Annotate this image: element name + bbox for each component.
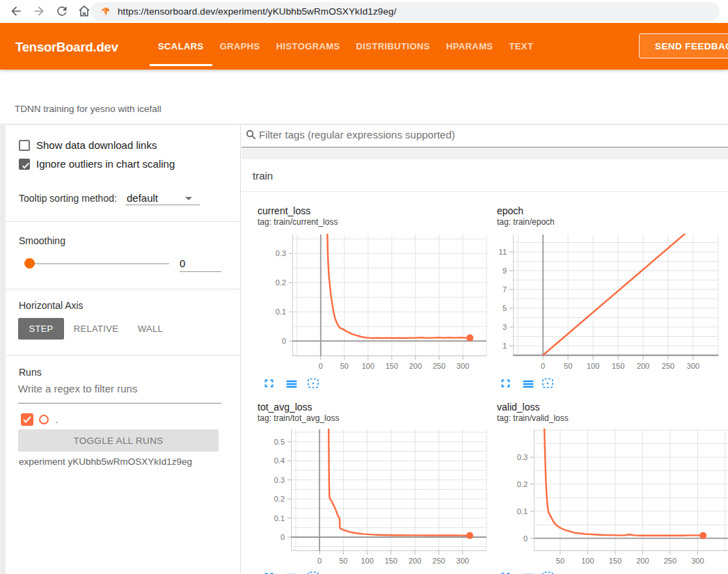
show-download-links-checkbox[interactable] bbox=[19, 140, 30, 151]
y-tick-label: 0.4 bbox=[258, 456, 285, 465]
app-header: TensorBoard.dev SCALARS GRAPHS HISTOGRAM… bbox=[0, 23, 728, 70]
x-tick-label: 300 bbox=[683, 557, 711, 565]
fit-domain-icon[interactable] bbox=[541, 377, 554, 390]
smoothing-value[interactable]: 0 bbox=[180, 257, 185, 269]
y-tick-label: 5 bbox=[480, 304, 507, 312]
chart-tag: tag: train/current_loss bbox=[258, 217, 338, 227]
chart-tag: tag: train/epoch bbox=[497, 217, 555, 227]
chart-plot[interactable] bbox=[292, 234, 486, 356]
data-table-icon[interactable] bbox=[285, 377, 298, 390]
tab-graphs[interactable]: GRAPHS bbox=[220, 23, 260, 70]
data-table-icon[interactable] bbox=[522, 377, 535, 390]
y-tick-label: 0.1 bbox=[260, 308, 286, 316]
expand-chart-icon[interactable] bbox=[263, 377, 276, 390]
experiment-id-text: experiment yKUbhb5wRmOSXYkId1z9eg bbox=[19, 456, 192, 467]
train-group-header[interactable]: train bbox=[242, 159, 728, 192]
y-tick-label: 3 bbox=[480, 323, 507, 331]
browser-toolbar: https://tensorboard.dev/experiment/yKUbh… bbox=[0, 0, 728, 23]
ignore-outliers-label: Ignore outliers in chart scaling bbox=[36, 158, 175, 170]
fit-domain-icon[interactable] bbox=[541, 571, 554, 574]
brand-title: TensorBoard.dev bbox=[15, 40, 118, 55]
x-tick-label: 50 bbox=[554, 362, 582, 370]
tab-hparams[interactable]: HPARAMS bbox=[446, 23, 493, 70]
y-tick-label: 0.3 bbox=[258, 476, 285, 484]
y-tick-label: 0.2 bbox=[258, 495, 285, 503]
run-name: . bbox=[56, 415, 58, 425]
chart-title: current_loss bbox=[258, 205, 310, 216]
address-bar[interactable]: https://tensorboard.dev/experiment/yKUbh… bbox=[90, 2, 720, 21]
runs-input-underline bbox=[18, 403, 221, 404]
tooltip-sorting-select[interactable]: default bbox=[127, 192, 158, 204]
home-icon[interactable] bbox=[77, 4, 91, 18]
fit-domain-icon[interactable] bbox=[307, 571, 319, 574]
chart-plot[interactable] bbox=[513, 234, 718, 356]
y-tick-label: 1 bbox=[480, 342, 507, 350]
toggle-all-runs-button[interactable]: TOGGLE ALL RUNS bbox=[18, 429, 219, 452]
x-tick-label: 150 bbox=[604, 362, 632, 370]
chart-title: tot_avg_loss bbox=[258, 401, 312, 413]
expand-chart-icon[interactable] bbox=[500, 377, 512, 390]
run-row[interactable]: . bbox=[21, 413, 58, 426]
ignore-outliers-row[interactable]: Ignore outliers in chart scaling bbox=[19, 158, 175, 170]
url-text: https://tensorboard.dev/experiment/yKUbh… bbox=[118, 6, 397, 17]
x-tick-label: 200 bbox=[629, 362, 657, 370]
chart-valid-loss: valid_loss tag: train/valid_loss 5010015… bbox=[481, 398, 728, 574]
y-tick-label: 0.1 bbox=[258, 514, 285, 523]
x-tick-label: 250 bbox=[654, 362, 682, 370]
x-tick-label: 300 bbox=[449, 362, 477, 370]
chart-epoch: epoch tag: train/epoch 05010015020025030… bbox=[481, 202, 728, 398]
send-feedback-button[interactable]: SEND FEEDBACK bbox=[639, 33, 728, 58]
y-tick-label: 0.3 bbox=[501, 453, 528, 461]
smoothing-slider-knob[interactable] bbox=[24, 258, 35, 269]
tab-distributions[interactable]: DISTRIBUTIONS bbox=[356, 23, 430, 70]
x-tick-label: 50 bbox=[546, 557, 574, 565]
chart-title: valid_loss bbox=[497, 401, 539, 413]
fit-domain-icon[interactable] bbox=[307, 377, 319, 390]
refresh-icon[interactable] bbox=[55, 4, 69, 18]
horizontal-axis-label: Horizontal Axis bbox=[19, 300, 84, 311]
axis-relative-button[interactable]: RELATIVE bbox=[70, 318, 122, 340]
chart-plot[interactable] bbox=[534, 429, 728, 551]
show-download-links-row[interactable]: Show data download links bbox=[19, 139, 157, 151]
chart-current-loss: current_loss tag: train/current_loss 050… bbox=[242, 202, 481, 398]
divider bbox=[6, 355, 240, 356]
show-download-links-label: Show data download links bbox=[36, 139, 157, 151]
axis-wall-button[interactable]: WALL bbox=[129, 318, 171, 340]
y-tick-label: 0 bbox=[501, 534, 528, 543]
tab-text[interactable]: TEXT bbox=[509, 23, 533, 70]
x-tick-label: 150 bbox=[601, 557, 629, 565]
axis-step-button[interactable]: STEP bbox=[18, 318, 64, 340]
smoothing-slider-track[interactable] bbox=[28, 263, 169, 264]
expand-chart-icon[interactable] bbox=[263, 571, 276, 574]
x-tick-label: 250 bbox=[656, 557, 684, 565]
sidebar-scrollbar[interactable] bbox=[0, 125, 6, 574]
y-tick-label: 0 bbox=[258, 533, 285, 541]
search-icon bbox=[245, 129, 257, 141]
divider bbox=[6, 289, 240, 289]
forward-icon[interactable] bbox=[32, 4, 46, 18]
subheader: TDNN training for yesno with icefall bbox=[0, 70, 728, 125]
divider bbox=[6, 221, 240, 222]
tab-histograms[interactable]: HISTOGRAMS bbox=[276, 23, 340, 70]
y-tick-label: 0 bbox=[260, 337, 286, 345]
back-icon[interactable] bbox=[9, 4, 23, 18]
y-tick-label: 0.2 bbox=[260, 278, 286, 287]
chart-tot-avg-loss: tot_avg_loss tag: train/tot_avg_loss 050… bbox=[242, 398, 481, 574]
data-table-icon[interactable] bbox=[285, 571, 298, 574]
y-tick-label: 0.2 bbox=[501, 480, 528, 488]
chart-tag: tag: train/valid_loss bbox=[497, 413, 569, 423]
settings-sidebar: Show data download links Ignore outliers… bbox=[0, 125, 241, 574]
y-tick-label: 7 bbox=[480, 285, 507, 294]
y-tick-label: 0.1 bbox=[501, 507, 528, 516]
chevron-down-icon[interactable] bbox=[185, 197, 192, 200]
tab-scalars[interactable]: SCALARS bbox=[158, 23, 204, 70]
ignore-outliers-checkbox[interactable] bbox=[19, 159, 30, 170]
smoothing-value-underline bbox=[180, 271, 221, 272]
data-table-icon[interactable] bbox=[522, 571, 535, 574]
runs-filter-input[interactable] bbox=[18, 383, 221, 394]
chart-plot[interactable] bbox=[291, 429, 486, 551]
run-checkbox[interactable] bbox=[21, 413, 33, 426]
filter-tags-input[interactable] bbox=[259, 129, 711, 141]
expand-chart-icon[interactable] bbox=[500, 571, 512, 574]
main-content: train current_loss tag: train/current_lo… bbox=[242, 125, 728, 574]
